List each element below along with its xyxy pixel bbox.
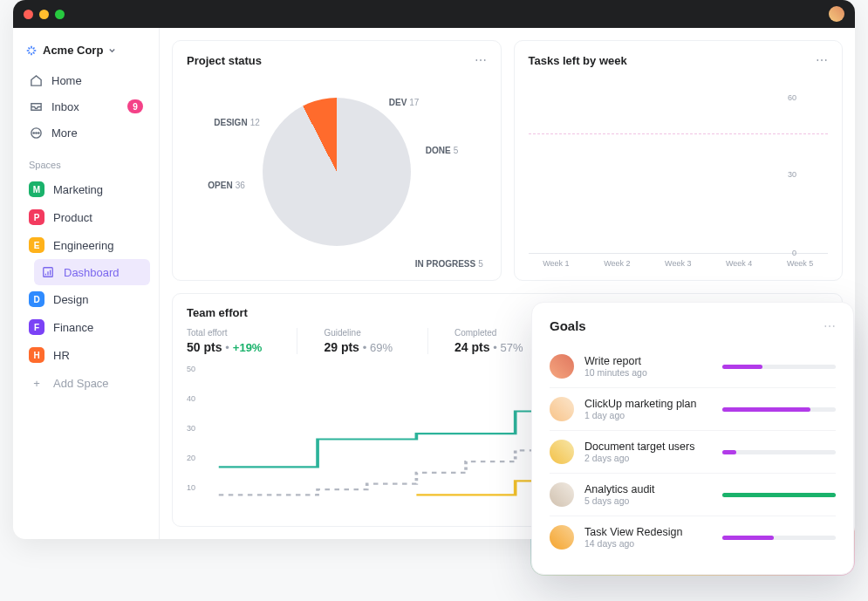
workspace-name: Acme Corp [43, 44, 103, 57]
maximize-window[interactable] [55, 10, 65, 19]
space-label: HR [53, 349, 70, 362]
nav-inbox[interactable]: Inbox 9 [22, 93, 150, 120]
card-menu-icon[interactable]: ⋯ [475, 53, 487, 67]
inbox-badge: 9 [127, 99, 143, 113]
tasks-week-card: Tasks left by week ⋯ 0 30 60 Week 1Week … [514, 40, 844, 281]
goal-avatar [550, 397, 574, 421]
goal-progress [722, 407, 836, 412]
space-label: Engineering [53, 239, 113, 252]
goal-time: 10 minutes ago [584, 367, 712, 378]
pie-label: OPEN 36 [208, 181, 244, 190]
space-label: Product [53, 211, 92, 224]
close-window[interactable] [24, 10, 33, 19]
goal-item[interactable]: Task View Redesign14 days ago [550, 516, 836, 558]
sidebar-space-engineering[interactable]: EEngineering [22, 231, 150, 259]
window-controls [24, 10, 65, 19]
space-icon: H [29, 347, 44, 363]
goals-title: Goals [550, 318, 586, 333]
card-menu-icon[interactable]: ⋯ [816, 53, 828, 67]
project-status-card: Project status ⋯ OPEN 36DESIGN 12DEV 17D… [172, 40, 502, 281]
goal-progress [722, 365, 836, 369]
card-menu-icon[interactable]: ⋯ [824, 319, 836, 333]
dashboard-label: Dashboard [64, 266, 120, 279]
card-title: Tasks left by week [529, 54, 627, 67]
space-icon: M [29, 181, 44, 197]
goal-avatar [550, 440, 574, 464]
workspace-logo-icon [25, 44, 38, 57]
pie-chart: OPEN 36DESIGN 12DEV 17DONE 5IN PROGRESS … [187, 76, 487, 268]
sidebar-space-marketing[interactable]: MMarketing [22, 175, 150, 203]
space-icon: P [29, 209, 44, 225]
goal-progress [722, 450, 836, 454]
nav-more[interactable]: More [22, 120, 150, 146]
goal-time: 1 day ago [584, 410, 712, 420]
stat-completed: Completed 24 pts • 57% [427, 328, 523, 354]
bar-x-label: Week 4 [718, 259, 760, 268]
spaces-heading: Spaces [22, 146, 150, 175]
goals-card: Goals ⋯ Write report10 minutes ago Click… [531, 302, 854, 575]
space-label: Marketing [53, 183, 103, 196]
nav-label: Inbox [51, 100, 79, 113]
pie-label: DONE 5 [426, 146, 458, 155]
inbox-icon [29, 99, 43, 113]
goal-name: Write report [584, 355, 712, 367]
goal-item[interactable]: Document target users2 days ago [550, 431, 836, 474]
nav-label: Home [51, 74, 82, 87]
card-title: Project status [187, 54, 262, 67]
goal-item[interactable]: Analytics audit5 days ago [550, 474, 836, 516]
sidebar-dashboard[interactable]: Dashboard [34, 259, 150, 285]
goal-time: 5 days ago [584, 495, 712, 506]
goal-avatar [550, 482, 574, 507]
goal-progress [722, 493, 836, 497]
goal-name: ClickUp marketing plan [584, 398, 712, 410]
space-icon: D [29, 291, 44, 307]
chevron-down-icon [108, 46, 116, 54]
stat-guideline: Guideline 29 pts • 69% [297, 328, 393, 354]
plus-icon: + [29, 377, 44, 390]
svg-point-2 [35, 132, 36, 133]
bar-x-label: Week 2 [596, 259, 638, 268]
workspace-selector[interactable]: Acme Corp [22, 40, 150, 67]
home-icon [29, 73, 43, 87]
goal-progress [722, 536, 836, 540]
goal-name: Document target users [584, 441, 712, 453]
goal-time: 2 days ago [584, 453, 712, 463]
goal-avatar [550, 354, 574, 379]
pie-label: DEV 17 [389, 98, 420, 107]
goal-item[interactable]: ClickUp marketing plan1 day ago [550, 388, 836, 431]
dashboard-icon [41, 265, 55, 279]
bar-x-label: Week 3 [657, 259, 699, 268]
goal-avatar [550, 525, 574, 550]
space-label: Design [53, 293, 88, 306]
svg-point-3 [38, 132, 38, 133]
goal-item[interactable]: Write report10 minutes ago [550, 345, 836, 388]
bar-chart: 0 30 60 Week 1Week 2Week 3Week 4Week 5 [529, 76, 829, 268]
sidebar-space-design[interactable]: DDesign [22, 285, 150, 313]
pie-label: IN PROGRESS 5 [415, 259, 483, 269]
pie-label: DESIGN 12 [214, 118, 259, 127]
sidebar-space-finance[interactable]: FFinance [22, 313, 150, 341]
bar-x-label: Week 5 [779, 259, 821, 268]
minimize-window[interactable] [39, 10, 49, 19]
stat-total: Total effort 50 pts • +19% [187, 328, 262, 354]
add-space-label: Add Space [53, 377, 109, 390]
goal-name: Analytics audit [584, 483, 712, 495]
titlebar [13, 0, 855, 28]
space-icon: E [29, 237, 44, 253]
bar-x-label: Week 1 [536, 259, 578, 268]
space-label: Finance [53, 321, 93, 334]
nav-label: More [51, 126, 78, 140]
sidebar-space-product[interactable]: PProduct [22, 203, 150, 231]
goal-time: 14 days ago [584, 538, 712, 549]
add-space-button[interactable]: + Add Space [22, 369, 150, 398]
nav-home[interactable]: Home [22, 67, 150, 93]
more-icon [29, 126, 43, 140]
sidebar: Acme Corp Home Inbox 9 More Spaces MMark… [13, 28, 160, 539]
space-icon: F [29, 319, 44, 335]
svg-point-1 [33, 132, 34, 133]
goal-name: Task View Redesign [584, 526, 712, 538]
sidebar-space-hr[interactable]: HHR [22, 341, 150, 369]
card-title: Team effort [187, 306, 248, 319]
user-avatar[interactable] [829, 6, 844, 22]
